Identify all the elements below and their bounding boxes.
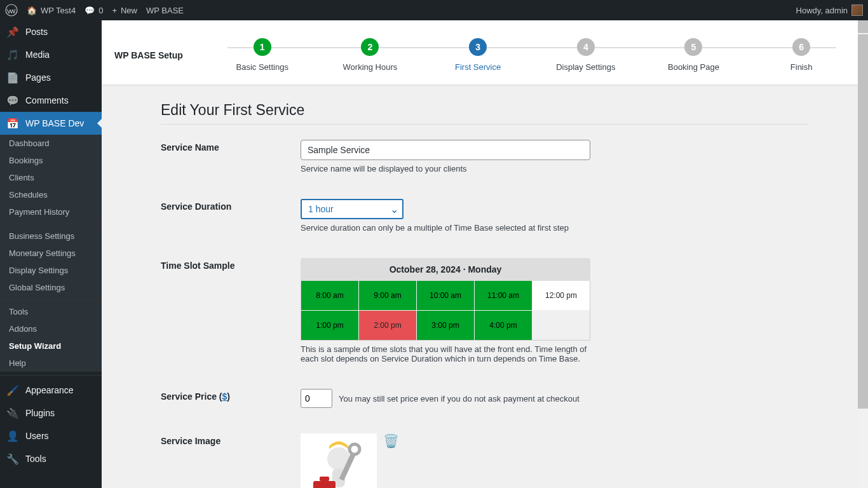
step-1-circle: 1: [254, 38, 271, 56]
comment-count: 0: [98, 6, 103, 15]
admin-sidebar: 📌Posts 🎵Media 📄Pages 💬Comments 📅WP BASE …: [0, 20, 102, 488]
submenu-monetary-settings[interactable]: Monetary Settings: [0, 245, 102, 262]
slot-200pm[interactable]: 2:00 pm: [359, 311, 416, 340]
submenu-addons[interactable]: Addons: [0, 320, 102, 337]
submenu-setup-wizard[interactable]: Setup Wizard: [0, 337, 102, 355]
menu-appearance[interactable]: 🖌️Appearance: [0, 379, 102, 402]
submenu-tools[interactable]: Tools: [0, 303, 102, 320]
wrench-icon: 🔧: [6, 452, 19, 465]
submenu-business-settings[interactable]: Business Settings: [0, 227, 102, 245]
calendar-icon: 📅: [6, 117, 19, 130]
menu-plugins[interactable]: 🔌Plugins: [0, 402, 102, 424]
submenu-dashboard[interactable]: Dashboard: [0, 135, 102, 152]
new-content[interactable]: + New: [112, 6, 137, 15]
step-5-circle: 5: [684, 38, 702, 56]
step-4-circle: 4: [577, 38, 595, 56]
slot-400pm[interactable]: 4:00 pm: [475, 311, 532, 340]
duration-select[interactable]: 1 hour: [301, 199, 403, 219]
image-label: Service Image: [161, 433, 301, 488]
submenu-help[interactable]: Help: [0, 355, 102, 372]
step-5-label: Booking Page: [668, 62, 719, 72]
price-label: Service Price ($): [161, 389, 301, 408]
svg-rect-3: [313, 481, 336, 488]
service-name-input[interactable]: [301, 140, 590, 160]
submenu-bookings[interactable]: Bookings: [0, 152, 102, 169]
slot-100pm[interactable]: 1:00 pm: [301, 311, 358, 340]
step-5[interactable]: 5Booking Page: [640, 38, 748, 72]
avatar: [851, 4, 863, 16]
comments-bubble[interactable]: 💬 0: [85, 6, 103, 15]
menu-comments[interactable]: 💬Comments: [0, 89, 102, 112]
service-name-help: Service name will be displayed to your c…: [301, 164, 809, 173]
step-3-label: First Service: [455, 62, 501, 72]
wizard-header: WP BASE Setup 1Basic Settings 2Working H…: [102, 20, 868, 85]
step-6-circle: 6: [792, 38, 810, 56]
step-6[interactable]: 6Finish: [747, 38, 855, 72]
timeslot-help: This is a sample of time slots that you …: [301, 344, 590, 363]
page-icon: 📄: [6, 71, 19, 84]
timeslot-label: Time Slot Sample: [161, 258, 301, 363]
submenu-display-settings[interactable]: Display Settings: [0, 262, 102, 279]
scrollbar[interactable]: [858, 20, 868, 488]
submenu-payment-history[interactable]: Payment History: [0, 203, 102, 220]
menu-media[interactable]: 🎵Media: [0, 43, 102, 66]
service-name-label: Service Name: [161, 140, 301, 173]
slot-900am[interactable]: 9:00 am: [359, 281, 416, 310]
step-2[interactable]: 2Working Hours: [316, 38, 424, 72]
user-icon: 👤: [6, 430, 19, 442]
menu-tools[interactable]: 🔧Tools: [0, 447, 102, 470]
svg-rect-4: [320, 477, 329, 481]
step-2-circle: 2: [361, 38, 379, 56]
new-label: New: [121, 6, 137, 15]
submenu-schedules[interactable]: Schedules: [0, 186, 102, 203]
slot-300pm[interactable]: 3:00 pm: [417, 311, 474, 340]
timeslot-date: October 28, 2024 · Monday: [301, 258, 590, 281]
comment-icon: 💬: [85, 6, 95, 15]
price-input[interactable]: [301, 389, 332, 408]
duration-label: Service Duration: [161, 199, 301, 233]
brush-icon: 🖌️: [6, 384, 19, 396]
timeslot-sample: October 28, 2024 · Monday 8:00 am 9:00 a…: [301, 258, 590, 341]
menu-users[interactable]: 👤Users: [0, 424, 102, 447]
step-6-label: Finish: [790, 62, 813, 72]
step-1[interactable]: 1Basic Settings: [208, 38, 316, 72]
page-title: Edit Your First Service: [161, 102, 809, 119]
menu-pages[interactable]: 📄Pages: [0, 66, 102, 89]
wp-logo[interactable]: [5, 4, 18, 17]
pin-icon: 📌: [6, 25, 19, 38]
submenu-clients[interactable]: Clients: [0, 169, 102, 186]
menu-wpbase[interactable]: 📅WP BASE Dev: [0, 112, 102, 135]
step-3[interactable]: 3First Service: [424, 38, 532, 72]
menu-posts[interactable]: 📌Posts: [0, 20, 102, 43]
howdy-user[interactable]: Howdy, admin: [796, 4, 863, 16]
media-icon: 🎵: [6, 48, 19, 61]
chat-icon: 💬: [6, 94, 19, 107]
site-name[interactable]: 🏠 WP Test4: [27, 6, 76, 15]
step-1-label: Basic Settings: [236, 62, 288, 72]
slot-1200pm[interactable]: 12:00 pm: [532, 281, 590, 310]
plug-icon: 🔌: [6, 407, 19, 419]
plus-icon: +: [112, 6, 117, 15]
step-4[interactable]: 4Display Settings: [532, 38, 640, 72]
home-icon: 🏠: [27, 6, 37, 15]
svg-point-6: [349, 444, 360, 454]
slot-1100am[interactable]: 11:00 am: [475, 281, 532, 310]
price-help: You may still set price even if you do n…: [339, 394, 580, 403]
wizard-title: WP BASE Setup: [114, 50, 208, 60]
slot-1000am[interactable]: 10:00 am: [417, 281, 474, 310]
step-2-label: Working Hours: [343, 62, 398, 72]
delete-image-icon[interactable]: 🗑️: [383, 433, 399, 449]
step-3-circle: 3: [469, 38, 487, 56]
wpbase-label: WP BASE: [146, 6, 184, 15]
step-4-label: Display Settings: [556, 62, 615, 72]
wpbase-link[interactable]: WP BASE: [146, 6, 184, 15]
submenu-global-settings[interactable]: Global Settings: [0, 279, 102, 296]
howdy-text: Howdy, admin: [796, 6, 848, 15]
service-image[interactable]: [301, 433, 377, 488]
slot-800am[interactable]: 8:00 am: [301, 281, 358, 310]
duration-help: Service duration can only be a multiple …: [301, 223, 809, 233]
divider: [161, 124, 809, 125]
site-name-text: WP Test4: [41, 6, 76, 15]
